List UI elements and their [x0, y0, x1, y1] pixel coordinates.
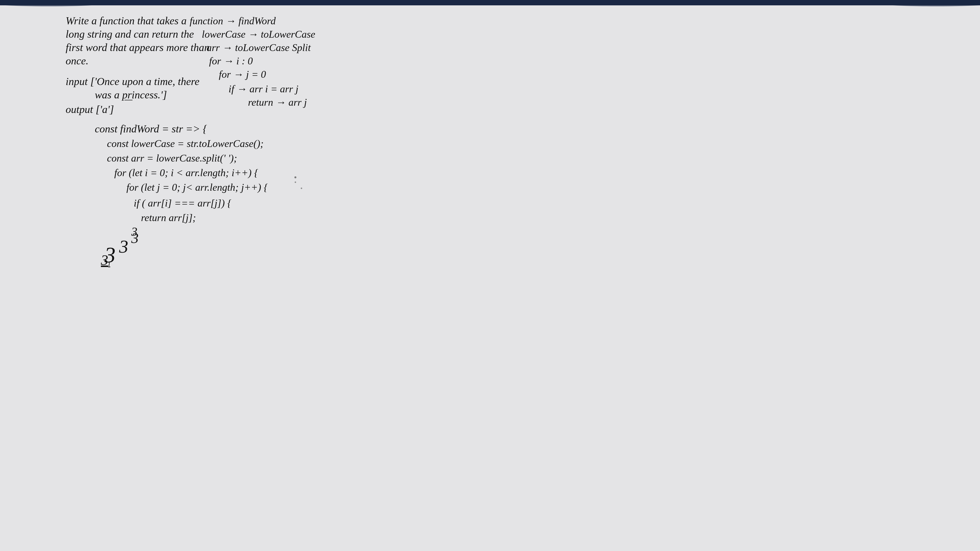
svg-text:lowerCase → toLowerCase: lowerCase → toLowerCase [202, 29, 315, 40]
svg-text:for (let j = 0; j< arr.length;: for (let j = 0; j< arr.length; j++) { [126, 182, 268, 193]
svg-text:if ( arr[i]  ===  arr[j]) {: if ( arr[i] === arr[j]) { [134, 197, 231, 209]
header-bar [0, 0, 980, 5]
svg-text:3: 3 [131, 225, 137, 238]
svg-text:for → j = 0: for → j = 0 [219, 69, 266, 80]
svg-text:const  arr  =  lowerCase.split: const arr = lowerCase.split(' '); [107, 152, 237, 164]
svg-text:was  a  princess.']: was a princess.'] [95, 89, 167, 101]
svg-text:3: 3 [104, 243, 116, 267]
svg-text:arr → toLowerCase Split: arr → toLowerCase Split [207, 42, 311, 53]
svg-text:for (let i = 0; i < arr.length: for (let i = 0; i < arr.length; i++) { [114, 167, 258, 179]
svg-text:Write  a  function  that  take: Write a function that takes a [66, 15, 186, 27]
handwritten-content: Write a function that takes a long strin… [0, 0, 980, 551]
svg-text:output  ['a']: output ['a'] [66, 103, 114, 115]
svg-point-32 [294, 176, 296, 178]
svg-text:3: 3 [119, 237, 128, 257]
page: Write a function that takes a long strin… [0, 0, 980, 551]
svg-text:input  ['Once  upon  a  time, : input ['Once upon a time, there [66, 76, 199, 87]
svg-text:const  lowerCase  =  str.toLow: const lowerCase = str.toLowerCase(); [107, 138, 264, 149]
svg-text:long  string  and  can  return: long string and can return the [66, 28, 194, 40]
svg-text:first  word  that  appears  mo: first word that appears more than [66, 41, 210, 54]
svg-text:for → i : 0: for → i : 0 [209, 56, 253, 67]
svg-text:once.: once. [66, 55, 89, 67]
svg-text:const  findWord  =  str => {: const findWord = str => { [95, 123, 207, 135]
svg-text:3i: 3i [101, 252, 110, 268]
svg-text:if → arr i = arr j: if → arr i = arr j [229, 83, 298, 95]
svg-point-33 [295, 181, 296, 183]
svg-text:function → findWord: function → findWord [189, 15, 276, 27]
svg-text:3: 3 [131, 230, 138, 246]
svg-point-34 [301, 187, 302, 189]
svg-text:return  arr[j];: return arr[j]; [141, 212, 196, 223]
svg-text:return → arr j: return → arr j [248, 97, 307, 108]
